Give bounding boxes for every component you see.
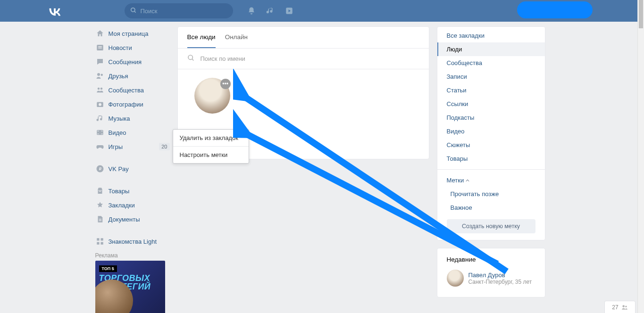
nav-msg[interactable]: Сообщения [92, 55, 170, 69]
nav-label: Видео [109, 129, 126, 136]
nav-photo[interactable]: Фотографии [92, 97, 170, 111]
svg-rect-23 [97, 242, 99, 245]
photo-icon [95, 99, 105, 109]
bookmark-icon [95, 200, 105, 210]
tab-online[interactable]: Онлайн [225, 27, 248, 48]
svg-text:₽: ₽ [99, 167, 101, 171]
shop-icon [95, 186, 105, 196]
bell-icon[interactable] [247, 7, 256, 15]
avatar [447, 270, 464, 287]
nav-label: Документы [109, 216, 140, 223]
dating-icon [95, 237, 105, 246]
svg-point-25 [188, 55, 192, 59]
global-search-input[interactable] [141, 8, 227, 15]
bookmark-person[interactable]: ••• Павел Дуров [194, 78, 231, 126]
svg-rect-14 [97, 133, 98, 134]
play-icon[interactable] [285, 7, 293, 15]
recent-sub: Санкт-Петербург, 35 лет [468, 279, 532, 285]
nav-groups[interactable]: Сообщества [92, 83, 170, 97]
ads-label: Реклама [95, 252, 170, 259]
nav-dating[interactable]: Знакомства Light [92, 234, 170, 248]
category-item[interactable]: Сообщества [437, 56, 545, 70]
nav-label: Товары [109, 188, 130, 195]
svg-rect-22 [100, 238, 103, 240]
home-icon [95, 29, 105, 38]
metki-item[interactable]: Важное [437, 201, 545, 214]
nav-vkpay[interactable]: ₽ VK Pay [92, 162, 170, 176]
category-item[interactable]: Ссылки [437, 97, 545, 111]
recent-name: Павел Дуров [468, 272, 532, 279]
svg-point-8 [97, 88, 100, 90]
svg-point-9 [100, 88, 102, 90]
nav-label: Знакомства Light [109, 238, 157, 245]
nav-home[interactable]: Моя страница [92, 26, 170, 41]
configure-labels[interactable]: Настроить метки [173, 146, 249, 163]
nav-news[interactable]: Новости [92, 41, 170, 55]
profile-area-redacted [517, 1, 593, 18]
search-icon [187, 54, 195, 63]
category-item[interactable]: Товары [437, 152, 545, 165]
music-icon[interactable] [266, 7, 275, 15]
category-item[interactable]: Подкасты [437, 111, 545, 124]
svg-rect-15 [101, 131, 102, 132]
svg-point-11 [99, 103, 101, 106]
more-dots-icon[interactable]: ••• [220, 79, 231, 89]
nav-label: Музыка [109, 115, 130, 122]
metki-header[interactable]: Метки [437, 173, 545, 187]
svg-point-30 [625, 305, 627, 307]
nav-label: Новости [109, 44, 132, 51]
category-item[interactable]: Люди [437, 42, 545, 56]
docs-icon [95, 214, 105, 224]
name-search-row [178, 49, 429, 69]
category-item[interactable]: Видео [437, 124, 545, 138]
category-item[interactable]: Все закладки [437, 29, 545, 42]
person-name[interactable]: Павел Дуров [194, 119, 231, 126]
recent-item[interactable]: Павел ДуровСанкт-Петербург, 35 лет [437, 266, 545, 290]
scrollbar-thumb[interactable] [639, 0, 643, 28]
nav-games[interactable]: Игры20 [92, 140, 170, 154]
chevron-up-icon [466, 177, 469, 184]
category-item[interactable]: Сюжеты [437, 138, 545, 152]
metki-item[interactable]: Прочитать позже [437, 187, 545, 201]
friends-icon [95, 71, 105, 81]
nav-friends[interactable]: Друзья [92, 69, 170, 83]
svg-point-7 [100, 74, 103, 76]
top-icons [247, 7, 293, 15]
nav-shop[interactable]: Товары [92, 184, 170, 198]
name-search-input[interactable] [201, 55, 419, 62]
nav-label: Сообщения [109, 58, 142, 66]
svg-line-26 [192, 59, 193, 60]
music-icon [95, 114, 105, 123]
global-search[interactable] [125, 3, 233, 18]
left-nav: Моя страницаНовостиСообщенияДрузьяСообще… [92, 26, 170, 313]
ads-banner[interactable]: ТОП 5 ТОРГОВЫХ СТРАТЕГИЙ [95, 261, 165, 313]
nav-label: Фотографии [109, 101, 143, 108]
nav-video[interactable]: Видео [92, 125, 170, 140]
svg-rect-16 [101, 133, 102, 134]
tabs-row: Все людиОнлайн [178, 27, 429, 49]
nav-label: Моя страница [109, 30, 149, 37]
right-column: Все закладкиЛюдиСообществаЗаписиСтатьиСс… [437, 26, 545, 297]
svg-line-1 [134, 11, 135, 12]
people-icon [621, 304, 628, 311]
nav-music[interactable]: Музыка [92, 111, 170, 125]
category-item[interactable]: Записи [437, 70, 545, 83]
svg-point-29 [622, 305, 625, 307]
recent-header: Недавние [437, 250, 545, 266]
create-new-label-button[interactable]: Создать новую метку [447, 219, 535, 233]
vkpay-icon: ₽ [95, 164, 105, 173]
svg-rect-13 [97, 131, 98, 132]
context-menu: Удалить из закладок Настроить метки [173, 129, 249, 164]
chat-dock[interactable]: 27 [604, 301, 636, 313]
nav-badge: 20 [159, 143, 169, 150]
news-icon [95, 43, 105, 52]
nav-docs[interactable]: Документы [92, 212, 170, 226]
category-item[interactable]: Статьи [437, 83, 545, 97]
recent-panel: Недавние Павел ДуровСанкт-Петербург, 35 … [437, 248, 545, 297]
scrollbar[interactable] [637, 0, 644, 313]
vk-logo[interactable] [46, 6, 63, 16]
tab-all-people[interactable]: Все люди [187, 27, 216, 48]
remove-from-bookmarks[interactable]: Удалить из закладок [173, 130, 249, 146]
nav-bookmark[interactable]: Закладки [92, 198, 170, 212]
nav-label: Закладки [109, 202, 135, 209]
